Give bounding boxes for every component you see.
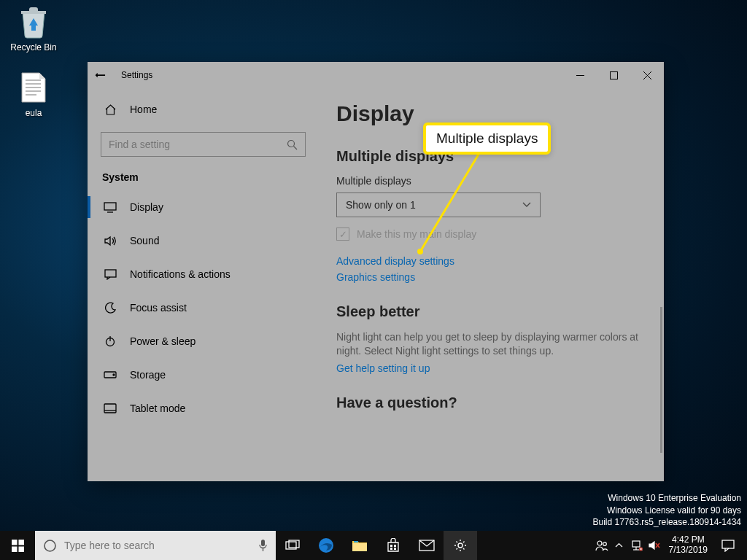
- svg-rect-23: [18, 540, 24, 545]
- edge-button[interactable]: [309, 531, 343, 560]
- nav-notifications[interactable]: Notifications & actions: [88, 257, 317, 291]
- sidebar: Home System Display Sound Notifications …: [88, 88, 317, 481]
- settings-taskbar-button[interactable]: [444, 531, 477, 560]
- titlebar: 🠔 Settings: [88, 62, 664, 88]
- svg-rect-36: [390, 548, 392, 550]
- nav-label: Notifications & actions: [130, 268, 231, 280]
- find-setting-input[interactable]: [109, 139, 287, 150]
- back-button[interactable]: 🠔: [95, 69, 114, 82]
- tablet-icon: [102, 403, 118, 413]
- start-button[interactable]: [0, 531, 35, 560]
- svg-point-40: [597, 541, 602, 545]
- scrollbar[interactable]: [660, 307, 662, 453]
- display-icon: [102, 202, 118, 213]
- main-display-checkbox[interactable]: ✓: [336, 228, 349, 241]
- nav-storage[interactable]: Storage: [88, 358, 317, 392]
- home-icon: [102, 104, 118, 116]
- taskbar: 4:42 PM 7/13/2019: [0, 531, 747, 560]
- network-icon[interactable]: [628, 540, 646, 551]
- window-title: Settings: [121, 70, 152, 80]
- close-button[interactable]: [630, 63, 664, 87]
- nav-label: Focus assist: [130, 302, 187, 314]
- multiple-displays-label: Multiple displays: [336, 175, 645, 187]
- nav-focus-assist[interactable]: Focus assist: [88, 291, 317, 324]
- main-display-checkbox-row: ✓ Make this my main display: [336, 228, 645, 241]
- link-advanced-display[interactable]: Advanced display settings: [336, 255, 645, 267]
- nav-display[interactable]: Display: [88, 190, 317, 224]
- settings-window: 🠔 Settings Home System Display: [88, 62, 664, 481]
- main-display-label: Make this my main display: [357, 228, 476, 240]
- nav-power-sleep[interactable]: Power & sleep: [88, 324, 317, 358]
- svg-rect-24: [12, 546, 18, 552]
- select-value: Show only on 1: [346, 199, 416, 211]
- nav-label: Storage: [130, 369, 166, 381]
- link-sleep-help[interactable]: Get help setting it up: [336, 362, 645, 374]
- nav-label: Tablet mode: [130, 402, 185, 414]
- volume-icon[interactable]: [646, 540, 663, 551]
- svg-rect-11: [104, 203, 116, 210]
- svg-point-9: [288, 140, 295, 147]
- callout-text: Multiple displays: [436, 131, 538, 146]
- home-nav[interactable]: Home: [88, 94, 317, 125]
- svg-line-10: [294, 146, 298, 149]
- link-graphics-settings[interactable]: Graphics settings: [336, 271, 645, 283]
- svg-rect-33: [354, 541, 358, 542]
- section-have-question: Have a question?: [336, 394, 645, 411]
- svg-point-39: [458, 543, 462, 548]
- svg-rect-34: [390, 545, 392, 547]
- svg-rect-27: [261, 540, 265, 546]
- microphone-icon[interactable]: [249, 539, 276, 552]
- taskbar-search-input[interactable]: [64, 540, 249, 551]
- svg-rect-42: [632, 541, 640, 547]
- desktop-icon-label: eula: [6, 108, 61, 118]
- annotation-callout: Multiple displays: [423, 122, 551, 155]
- tray-chevron-up-icon[interactable]: [611, 542, 628, 548]
- section-sleep-better: Sleep better: [336, 303, 645, 320]
- people-icon[interactable]: [593, 540, 611, 551]
- category-header: System: [88, 167, 317, 190]
- taskbar-clock[interactable]: 4:42 PM 7/13/2019: [663, 535, 713, 556]
- recycle-bin-icon: [16, 4, 51, 39]
- desktop-icon-eula[interactable]: eula: [6, 70, 61, 118]
- desktop-icon-label: Recycle Bin: [6, 42, 61, 52]
- nav-label: Sound: [130, 235, 159, 246]
- find-setting-search[interactable]: [101, 132, 306, 157]
- file-explorer-button[interactable]: [343, 531, 376, 560]
- svg-point-41: [603, 542, 606, 546]
- svg-rect-35: [394, 545, 396, 547]
- svg-rect-37: [394, 548, 396, 550]
- task-view-button[interactable]: [276, 531, 309, 560]
- nav-label: Display: [130, 201, 163, 213]
- svg-rect-6: [610, 71, 617, 79]
- nav-tablet-mode[interactable]: Tablet mode: [88, 392, 317, 425]
- svg-rect-18: [104, 404, 116, 413]
- svg-rect-32: [352, 543, 367, 551]
- svg-rect-50: [722, 540, 734, 548]
- store-button[interactable]: [376, 531, 410, 560]
- maximize-button[interactable]: [597, 63, 630, 87]
- multiple-displays-select[interactable]: Show only on 1: [336, 192, 541, 217]
- text-file-icon: [16, 70, 51, 105]
- svg-point-26: [44, 540, 55, 551]
- action-center-button[interactable]: [713, 540, 743, 552]
- nav-sound[interactable]: Sound: [88, 224, 317, 257]
- focus-icon: [102, 302, 118, 314]
- svg-rect-22: [12, 540, 18, 545]
- chevron-down-icon: [522, 202, 531, 208]
- notifications-icon: [102, 269, 118, 280]
- sleep-better-text: Night light can help you get to sleep by…: [336, 330, 645, 358]
- power-icon: [102, 335, 118, 347]
- svg-rect-25: [18, 546, 24, 552]
- taskbar-search[interactable]: [35, 531, 276, 560]
- search-icon: [287, 139, 298, 150]
- svg-point-17: [113, 374, 115, 376]
- desktop-icon-recycle-bin[interactable]: Recycle Bin: [6, 4, 61, 52]
- cortana-icon: [35, 539, 64, 553]
- minimize-button[interactable]: [563, 63, 597, 87]
- svg-rect-13: [105, 270, 116, 277]
- sound-icon: [102, 236, 118, 246]
- mail-button[interactable]: [410, 531, 444, 560]
- system-tray: 4:42 PM 7/13/2019: [593, 535, 747, 556]
- nav-label: Power & sleep: [130, 335, 196, 347]
- storage-icon: [102, 371, 118, 378]
